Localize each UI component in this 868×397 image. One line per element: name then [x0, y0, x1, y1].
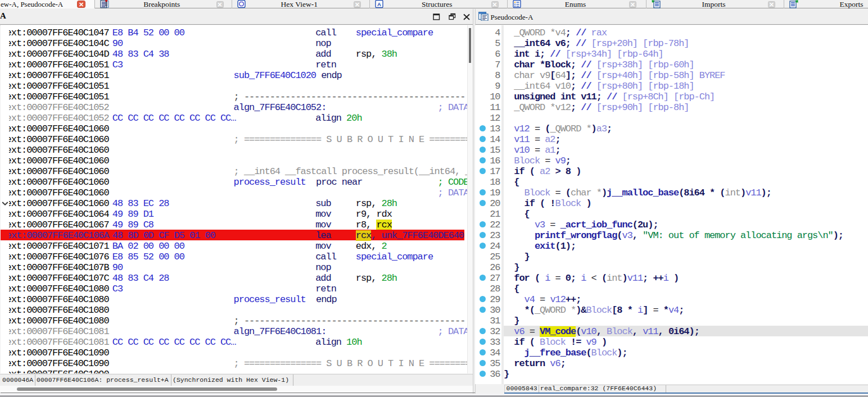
svg-text:A: A: [377, 1, 381, 7]
